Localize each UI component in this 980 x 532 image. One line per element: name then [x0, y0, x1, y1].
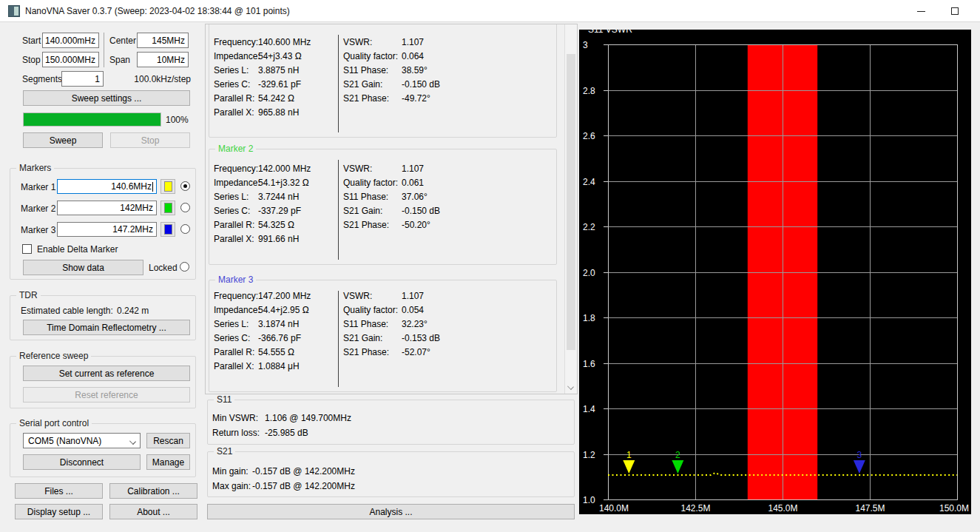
app-icon: [8, 5, 20, 17]
vswr-chart-svg[interactable]: S11 VSWR32.82.62.42.22.01.81.61.41.21.01…: [579, 30, 971, 514]
detail-row: Frequency:147.200 MHz: [214, 289, 311, 303]
marker2-input[interactable]: 142MHz: [57, 201, 157, 215]
field-label: Series C:: [214, 206, 258, 216]
field-value: 140.600 MHz: [258, 37, 311, 47]
field-label: Parallel X:: [214, 234, 258, 244]
reset-reference-button[interactable]: Reset reference: [23, 387, 190, 403]
markers-group-title: Markers: [16, 163, 54, 173]
cable-length-label: Estimated cable length:: [21, 306, 113, 316]
chevron-down-icon: [129, 438, 136, 445]
display-setup-button[interactable]: Display setup ...: [15, 504, 103, 519]
serial-port-select[interactable]: COM5 (NanoVNA): [23, 433, 141, 448]
center-input[interactable]: 145MHz: [137, 33, 189, 48]
field-value: 54.325 Ω: [258, 220, 294, 230]
title-bar: NanoVNA Saver 0.3.7 (Sweep: 2023-04-02 1…: [0, 0, 980, 22]
field-label: S21 Phase:: [343, 347, 402, 357]
field-label: Series C:: [214, 79, 258, 90]
field-label: Frequency:: [214, 291, 258, 301]
marker2-detail-title: Marker 2: [215, 144, 256, 154]
field-value: 54.1+j3.32 Ω: [258, 178, 309, 188]
field-value: 54.242 Ω: [258, 93, 294, 104]
marker3-input[interactable]: 147.2MHz: [57, 222, 157, 237]
progress-percent-label: 100%: [166, 115, 189, 125]
field-value: 1.107: [402, 37, 424, 47]
tdr-button[interactable]: Time Domain Reflectometry ...: [23, 320, 190, 335]
detail-row: Quality factor:0.064: [343, 49, 440, 63]
field-label: Min gain:: [212, 466, 252, 477]
column-divider: [338, 160, 339, 260]
field-label: Series C:: [214, 333, 258, 343]
detail-row: VSWR:1.107: [343, 161, 440, 175]
marker1-radio[interactable]: [180, 181, 190, 191]
marker3-color-button[interactable]: [160, 222, 175, 237]
s11-summary-panel: S11 Min VSWR:1.106 @ 149.700MHzReturn lo…: [207, 400, 575, 445]
field-value: -0.150 dB: [402, 206, 440, 216]
files-button[interactable]: Files ...: [15, 483, 103, 499]
field-value: -0.157 dB @ 142.200MHz: [252, 481, 355, 491]
segments-input[interactable]: 1: [61, 71, 104, 87]
detail-row: Parallel X:991.66 nH: [214, 232, 311, 246]
detail-row: Parallel R:54.555 Ω: [214, 345, 311, 359]
sweep-settings-button[interactable]: Sweep settings ...: [23, 90, 190, 106]
field-label: S11 Phase:: [343, 192, 402, 202]
marker3-label: Marker 3: [21, 225, 55, 235]
detail-row: Series L:3.8875 nH: [214, 63, 311, 77]
manage-button[interactable]: Manage: [146, 454, 190, 470]
field-label: Return loss:: [212, 428, 265, 438]
center-label: Center: [109, 36, 136, 46]
stop-button[interactable]: Stop: [110, 132, 190, 148]
delta-marker-checkbox[interactable]: [22, 244, 32, 254]
field-value: 37.06°: [402, 192, 428, 202]
marker1-color-button[interactable]: [160, 179, 175, 194]
field-value: 0.054: [402, 305, 424, 315]
reference-group-title: Reference sweep: [16, 351, 91, 361]
detail-row: Parallel R:54.325 Ω: [214, 218, 311, 232]
field-label: S21 Gain:: [343, 333, 402, 343]
vertical-scrollbar[interactable]: [564, 24, 577, 394]
show-data-button[interactable]: Show data: [23, 260, 143, 275]
marker2-color-button[interactable]: [160, 201, 175, 215]
calibration-button[interactable]: Calibration ...: [109, 483, 197, 499]
locked-radio[interactable]: [180, 262, 189, 272]
marker3-radio[interactable]: [180, 224, 190, 234]
span-input[interactable]: 10MHz: [137, 52, 189, 67]
column-divider: [338, 291, 339, 387]
detail-row: Max gain:-0.157 dB @ 142.200MHz: [212, 479, 355, 494]
field-label: Quality factor:: [343, 178, 402, 188]
field-label: Min VSWR:: [212, 413, 265, 423]
field-label: Parallel R:: [214, 93, 258, 104]
maximize-button[interactable]: [938, 0, 971, 22]
chart-marker-label-1: 1: [626, 450, 632, 460]
sweep-divider: [104, 33, 104, 67]
field-value: 1.106 @ 149.700MHz: [265, 413, 351, 423]
marker2-color-swatch: [164, 203, 172, 213]
s11-vswr-chart[interactable]: S11 VSWR32.82.62.42.22.01.81.61.41.21.01…: [579, 30, 971, 514]
disconnect-button[interactable]: Disconnect: [23, 454, 141, 470]
field-value: -52.07°: [402, 347, 430, 357]
field-value: 965.88 nH: [258, 107, 299, 118]
start-input[interactable]: 140.000mHz: [42, 33, 99, 48]
detail-row: Impedance:54.4+j2.95 Ω: [214, 303, 311, 317]
marker2-radio[interactable]: [180, 203, 190, 212]
chart-marker-label-2: 2: [675, 450, 680, 460]
x-axis-label: 150.0M: [939, 503, 969, 514]
stop-input[interactable]: 150.000MHz: [42, 52, 99, 67]
field-value: -25.985 dB: [265, 428, 308, 438]
field-value: 0.061: [402, 178, 424, 188]
set-reference-button[interactable]: Set current as reference: [23, 366, 190, 381]
analysis-button[interactable]: Analysis ...: [207, 504, 575, 519]
about-button[interactable]: About ...: [109, 504, 197, 519]
scrollbar-thumb[interactable]: [567, 54, 575, 350]
detail-row: Impedance:54.1+j3.32 Ω: [214, 175, 311, 189]
field-value: -0.150 dB: [402, 79, 440, 90]
marker1-label: Marker 1: [21, 182, 55, 192]
minimize-button[interactable]: [905, 0, 938, 22]
field-value: 3.8875 nH: [258, 65, 299, 75]
rescan-button[interactable]: Rescan: [146, 433, 190, 448]
marker1-input[interactable]: 140.6MHz: [57, 179, 157, 194]
detail-row: S21 Gain:-0.153 dB: [343, 331, 440, 345]
sweep-button[interactable]: Sweep: [23, 132, 103, 148]
detail-row: Series C:-329.61 pF: [214, 77, 311, 91]
maximize-icon: [951, 7, 959, 15]
scrollbar-down-icon[interactable]: [567, 383, 574, 390]
